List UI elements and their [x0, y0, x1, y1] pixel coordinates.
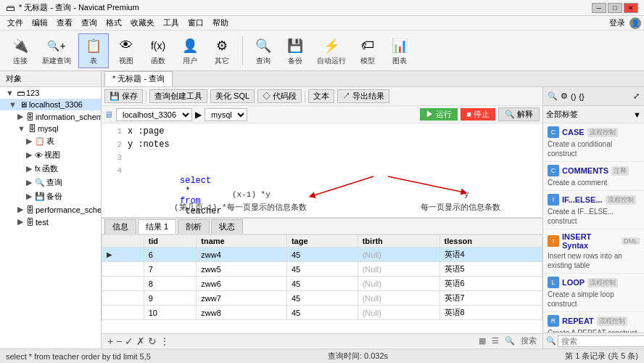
menu-window[interactable]: 窗口 [183, 16, 208, 30]
tree-item-tables[interactable]: ▶ 📋 表 [0, 134, 101, 148]
toolbar-query[interactable]: 🔍 查询 [249, 34, 278, 68]
code-content-1: x :page [128, 126, 540, 136]
menu-tools[interactable]: 工具 [159, 16, 183, 30]
tree-item-localhost[interactable]: ▼ 🖥 localhost_3306 [0, 99, 101, 110]
query-builder-button[interactable]: 查询创建工具 [149, 89, 207, 103]
more-button[interactable]: ⋮ [160, 335, 170, 347]
title-bar: 🗃 * 无标题 - 查询 - Navicat Premium ─ □ ✕ [0, 0, 644, 16]
beautify-sql-button[interactable]: 美化 SQL [210, 89, 255, 103]
connection-select[interactable]: localhost_3306 [116, 108, 192, 121]
toolbar-model[interactable]: 🏷 模型 [353, 34, 382, 68]
filter-icon[interactable]: 🔍 [505, 336, 515, 346]
panel-icon-search[interactable]: 🔍 [548, 91, 558, 101]
new-query-icon: 🔍+ [46, 36, 67, 56]
run-button[interactable]: ▶ 运行 [420, 108, 458, 121]
snippet-item[interactable]: C COMMENTS 注释 Create a comment [543, 162, 644, 191]
menu-favorites[interactable]: 收藏夹 [126, 16, 159, 30]
tree-item-functions[interactable]: ▶ fx 函数 [0, 162, 101, 176]
snippet-item[interactable]: L LOOP 流程控制 Create a simple loop constru… [543, 274, 644, 312]
grid-view-icon[interactable]: ▦ [479, 336, 486, 346]
tree-item-perf-schema[interactable]: ▶ 🗄 performance_schema [0, 203, 101, 216]
minimize-button[interactable]: ─ [592, 3, 606, 13]
menu-edit[interactable]: 编辑 [28, 16, 52, 30]
snippet-item[interactable]: I INSERT Syntax DML Insert new rows into… [543, 229, 644, 274]
text-button[interactable]: 文本 [308, 89, 334, 103]
sep1 [146, 91, 146, 102]
table-row[interactable]: 8zww645(Null)英语6 [102, 277, 542, 291]
tree-item-mysql[interactable]: ▼ 🗄 mysql [0, 123, 101, 134]
tree-item-info-schema[interactable]: ▶ 🗄 information_schema [0, 110, 101, 123]
toolbar-new-query[interactable]: 🔍+ 新建查询 [38, 34, 75, 68]
user-label: 用户 [183, 56, 197, 66]
table-row[interactable]: 9zww745(Null)英语7 [102, 291, 542, 306]
delete-row-button[interactable]: − [116, 335, 122, 347]
toolbar-table[interactable]: 📋 表 [78, 33, 109, 68]
menu-query[interactable]: 查询 [77, 16, 102, 30]
cancel-button[interactable]: ✗ [136, 335, 145, 347]
tab-query[interactable]: * 无标题 - 查询 [104, 71, 173, 86]
toolbar-backup[interactable]: 💾 备份 [281, 34, 310, 68]
add-row-button[interactable]: + [107, 335, 113, 347]
tree-item-backup[interactable]: ▶ 💾 备份 [0, 189, 101, 203]
table-cell: (Null) [358, 291, 439, 306]
tab-status[interactable]: 状态 [211, 219, 243, 234]
row-arrow [102, 262, 144, 277]
confirm-button[interactable]: ✓ [125, 335, 133, 347]
database-select[interactable]: mysql [205, 108, 247, 121]
status-sql: select * from teacher order by tid limit… [6, 352, 151, 361]
stop-button[interactable]: ■ 停止 [461, 108, 495, 121]
backup-label: 备份 [288, 56, 302, 66]
snippet-item[interactable]: R REPEAT 流程控制 Create A REPEAT construct.… [543, 312, 644, 333]
table-cell: 9 [144, 291, 197, 306]
table-row[interactable]: ▶6zww445(Null)英语4 [102, 248, 542, 262]
export-button[interactable]: ↗ 导出结果 [337, 89, 389, 103]
function-label: 函数 [151, 56, 165, 66]
tab-result1[interactable]: 结果 1 [138, 219, 176, 234]
right-panel-header: 🔍 ⚙ () {} ⤢ [543, 87, 644, 106]
snippet-item[interactable]: I IF...ELSE... 流程控制 Create a IF...ELSE..… [543, 191, 644, 229]
panel-expand-icon[interactable]: ⤢ [633, 91, 640, 101]
tree-item-123[interactable]: ▼ 🗃 123 [0, 87, 101, 99]
sep2 [305, 91, 305, 102]
explain-button[interactable]: 🔍 解释 [498, 107, 540, 121]
toolbar-function[interactable]: f(x) 函数 [144, 34, 173, 68]
menu-view[interactable]: 查看 [52, 16, 77, 30]
table-row[interactable]: 7zww545(Null)英语5 [102, 262, 542, 277]
menu-help[interactable]: 帮助 [208, 16, 233, 30]
code-editor[interactable]: 1 x :page 2 y :notes 3 4 select * from t… [102, 123, 542, 218]
table-row[interactable]: 10zww845(Null)英语8 [102, 306, 542, 320]
tree-item-views[interactable]: ▶ 👁 视图 [0, 148, 101, 162]
menu-file[interactable]: 文件 [3, 16, 28, 30]
snippet-icon: C [548, 165, 559, 176]
toolbar-user[interactable]: 👤 用户 [176, 34, 205, 68]
snippet-tag: DML [622, 237, 640, 245]
save-button[interactable]: 💾 保存 [104, 89, 143, 103]
results-tab-bar: 信息 结果 1 剖析 状态 [102, 219, 542, 234]
toolbar-schedule[interactable]: ⚡ 自动运行 [313, 34, 350, 68]
search-input-icon[interactable]: 搜索 [521, 335, 537, 346]
tab-info[interactable]: 信息 [104, 219, 136, 234]
search-input[interactable] [558, 335, 644, 347]
panel-icon-braces[interactable]: {} [579, 92, 584, 101]
menu-format[interactable]: 格式 [102, 16, 126, 30]
close-button[interactable]: ✕ [624, 3, 638, 13]
code-snippet-button[interactable]: ◇ 代码段 [257, 89, 302, 103]
tree-item-queries[interactable]: ▶ 🔍 查询 [0, 176, 101, 189]
refresh-button[interactable]: ↻ [148, 335, 157, 347]
panel-icon-parens[interactable]: () [571, 92, 576, 101]
table-cell: (Null) [358, 262, 439, 277]
list-view-icon[interactable]: ☰ [492, 336, 499, 346]
tab-profiling[interactable]: 剖析 [178, 219, 210, 234]
tree-item-test[interactable]: ▶ 🗄 test [0, 216, 101, 228]
toolbar-chart[interactable]: 📊 图表 [385, 34, 414, 68]
login-button[interactable]: 登录 [605, 16, 629, 30]
table-header-row: tid tname tage tbirth tlesson [102, 235, 542, 248]
panel-icon-gear[interactable]: ⚙ [561, 91, 568, 101]
line-num-4: 4 [104, 166, 122, 175]
maximize-button[interactable]: □ [608, 3, 622, 13]
tags-arrow[interactable]: ▼ [633, 110, 641, 119]
toolbar-other[interactable]: ⚙ 其它 [207, 34, 236, 68]
toolbar-connect[interactable]: 🔌 连接 [6, 34, 35, 68]
toolbar-view[interactable]: 👁 视图 [112, 34, 141, 68]
snippet-item[interactable]: C CASE 流程控制 Create a conditional constru… [543, 123, 644, 162]
